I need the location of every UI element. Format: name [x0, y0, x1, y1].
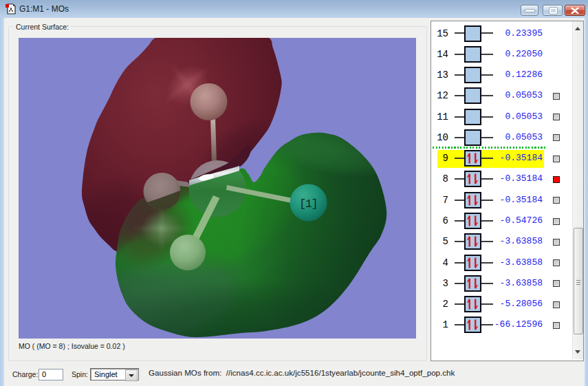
svg-text:[1]: [1]	[299, 197, 317, 211]
